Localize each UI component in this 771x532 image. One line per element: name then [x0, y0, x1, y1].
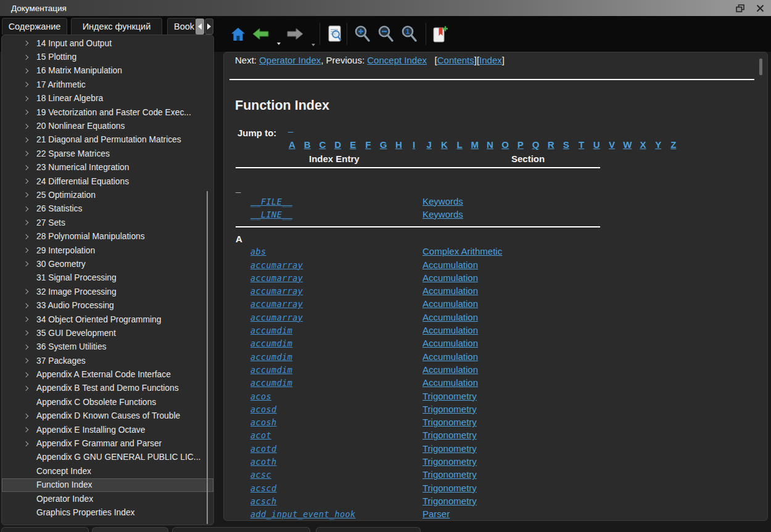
chevron-expand-icon[interactable] — [23, 261, 28, 266]
jump-letter-link[interactable]: Y — [654, 139, 662, 150]
chevron-expand-icon[interactable] — [23, 358, 28, 363]
sidebar-item[interactable]: 17 Arithmetic — [2, 78, 213, 91]
sidebar-item[interactable]: 28 Polynomial Manipulations — [2, 229, 213, 243]
function-entry-link[interactable]: acos — [250, 391, 271, 401]
sidebar-item[interactable]: 37 Packages — [2, 354, 213, 367]
tab-scroll-left-button[interactable] — [196, 18, 204, 35]
jump-letter-link[interactable]: S — [562, 139, 570, 150]
section-link[interactable]: Accumulation — [423, 312, 478, 322]
chevron-expand-icon[interactable] — [23, 192, 28, 197]
chevron-expand-icon[interactable] — [23, 330, 28, 335]
index-link[interactable]: Index — [479, 55, 502, 65]
sidebar-item[interactable]: Appendix E Installing Octave — [2, 423, 213, 436]
section-link[interactable]: Keywords — [423, 209, 463, 219]
function-entry-link[interactable]: acot — [250, 430, 271, 440]
section-link[interactable]: Trigonometry — [423, 456, 477, 467]
chevron-expand-icon[interactable] — [23, 220, 28, 225]
sidebar-item[interactable]: Appendix A External Code Interface — [2, 367, 213, 381]
chevron-expand-icon[interactable] — [23, 207, 28, 211]
chevron-expand-icon[interactable] — [23, 303, 28, 308]
tab-contents[interactable]: Содержание — [2, 18, 67, 35]
function-entry-link[interactable]: __LINE__ — [250, 210, 292, 219]
sidebar-item[interactable]: 36 System Utilities — [2, 340, 213, 354]
section-link[interactable]: Accumulation — [423, 298, 478, 309]
jump-letter-link[interactable]: I — [410, 139, 418, 150]
sidebar-item[interactable]: 31 Signal Processing — [2, 271, 213, 285]
next-link[interactable]: Operator Index — [259, 55, 321, 65]
jump-letter-link[interactable]: T — [577, 139, 585, 150]
sidebar-item[interactable]: Appendix G GNU GENERAL PUBLIC LIC... — [2, 451, 213, 464]
function-entry-link[interactable]: accumarray — [250, 273, 303, 283]
sidebar-item[interactable]: 27 Sets — [2, 216, 213, 229]
zoom-in-button[interactable] — [354, 25, 371, 43]
section-link[interactable]: Complex Arithmetic — [423, 246, 502, 256]
jump-letter-link[interactable]: X — [639, 139, 647, 150]
sidebar-item[interactable]: 33 Audio Processing — [2, 298, 213, 312]
section-link[interactable]: Trigonometry — [423, 404, 477, 414]
chevron-expand-icon[interactable] — [23, 413, 28, 418]
close-window-button[interactable] — [755, 3, 765, 13]
chevron-expand-icon[interactable] — [23, 386, 28, 391]
chevron-expand-icon[interactable] — [23, 54, 28, 59]
section-link[interactable]: Trigonometry — [423, 417, 477, 427]
contents-link[interactable]: Contents — [437, 55, 474, 65]
sidebar-item[interactable]: 34 Object Oriented Programming — [2, 313, 213, 326]
function-entry-link[interactable]: add_input_event_hook — [250, 509, 356, 519]
chevron-expand-icon[interactable] — [23, 317, 28, 322]
sidebar-item[interactable]: 16 Matrix Manipulation — [2, 64, 213, 78]
section-link[interactable]: Accumulation — [423, 260, 478, 270]
function-entry-link[interactable]: accumdim — [250, 378, 292, 388]
function-entry-link[interactable]: acscd — [250, 483, 277, 493]
jump-letter-link[interactable]: Z — [669, 139, 677, 150]
restore-window-button[interactable] — [735, 3, 745, 13]
sidebar-item[interactable]: 29 Interpolation — [2, 243, 213, 257]
chevron-expand-icon[interactable] — [23, 41, 28, 46]
function-entry-link[interactable]: accumarray — [250, 313, 303, 322]
section-link[interactable]: Accumulation — [423, 338, 478, 348]
chevron-expand-icon[interactable] — [23, 123, 28, 128]
tab-scroll-right-button[interactable] — [205, 18, 213, 35]
sidebar-item[interactable]: 14 Input and Output — [2, 36, 213, 50]
chevron-expand-icon[interactable] — [23, 165, 28, 170]
function-entry-link[interactable]: accumdim — [250, 365, 292, 375]
section-link[interactable]: Trigonometry — [423, 496, 477, 506]
forward-dropdown-icon[interactable] — [311, 44, 315, 46]
back-button[interactable] — [252, 25, 269, 43]
function-entry-link[interactable]: acotd — [250, 444, 277, 454]
forward-button[interactable] — [286, 25, 303, 43]
function-entry-link[interactable]: accumdim — [250, 338, 292, 348]
function-entry-link[interactable]: abs — [250, 247, 266, 256]
section-link[interactable]: Accumulation — [423, 272, 478, 283]
jump-letter-link[interactable]: O — [501, 139, 509, 150]
jump-letter-link[interactable]: H — [395, 139, 403, 150]
function-entry-link[interactable]: accumarray — [250, 299, 303, 309]
sidebar-item[interactable]: 30 Geometry — [2, 257, 213, 271]
chevron-expand-icon[interactable] — [23, 82, 28, 87]
function-entry-link[interactable]: acosh — [250, 417, 277, 427]
sidebar-item[interactable]: 20 Nonlinear Equations — [2, 119, 213, 133]
section-link[interactable]: Trigonometry — [423, 430, 477, 440]
chevron-expand-icon[interactable] — [23, 345, 28, 350]
chevron-expand-icon[interactable] — [23, 96, 28, 101]
chevron-expand-icon[interactable] — [23, 110, 28, 115]
jump-letter-link[interactable]: W — [623, 139, 632, 150]
section-link[interactable]: Trigonometry — [423, 391, 477, 401]
function-entry-link[interactable]: acsch — [250, 496, 277, 506]
jump-letter-link[interactable]: V — [608, 139, 616, 150]
sidebar-item[interactable]: Graphics Properties Index — [2, 505, 213, 519]
section-link[interactable]: Keywords — [423, 196, 463, 207]
jump-letter-link[interactable]: A — [288, 139, 296, 150]
sidebar-item[interactable]: 18 Linear Algebra — [2, 92, 213, 105]
content-scrollbar[interactable] — [759, 59, 762, 75]
chevron-expand-icon[interactable] — [23, 137, 28, 142]
sidebar-item[interactable]: 19 Vectorization and Faster Code Exec... — [2, 105, 213, 119]
section-link[interactable]: Trigonometry — [423, 469, 477, 480]
home-button[interactable] — [229, 25, 247, 43]
sidebar-item[interactable]: Operator Index — [2, 492, 213, 505]
chevron-expand-icon[interactable] — [23, 234, 28, 239]
sidebar-item[interactable]: Appendix C Obsolete Functions — [2, 395, 213, 409]
jump-letter-link[interactable]: R — [547, 139, 555, 150]
section-link[interactable]: Accumulation — [423, 285, 478, 296]
tab-bookmarks[interactable]: Book — [167, 18, 196, 35]
function-entry-link[interactable]: accumarray — [250, 286, 303, 296]
